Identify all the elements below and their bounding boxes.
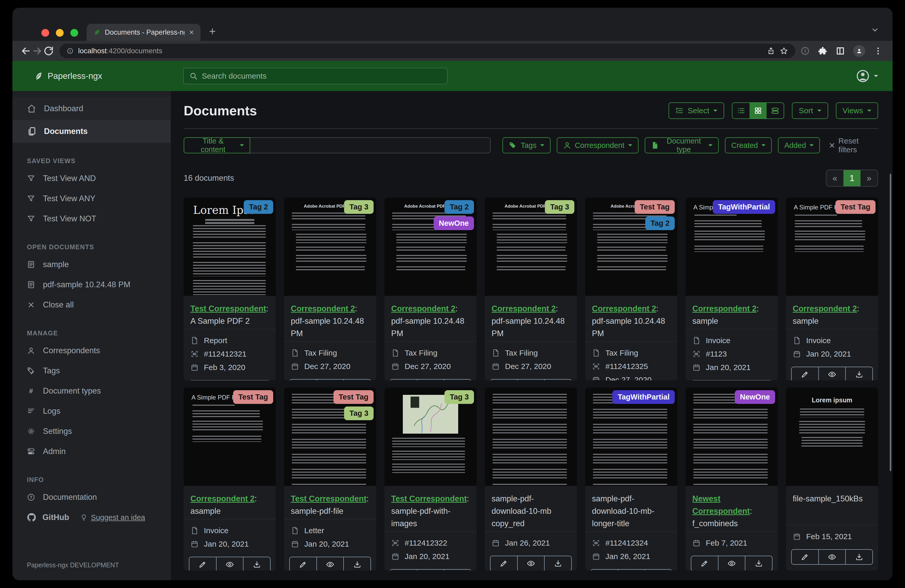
tag-badge-tagwithpartial[interactable]: TagWithPartial — [713, 200, 775, 214]
sidebar-item-admin[interactable]: Admin — [13, 441, 170, 461]
correspondent-link[interactable]: Correspondent 2 — [291, 304, 355, 313]
view-button[interactable] — [718, 556, 746, 571]
edit-button[interactable] — [591, 569, 618, 571]
edit-button[interactable] — [490, 556, 518, 571]
tab-search-chevron-icon[interactable] — [871, 26, 879, 34]
share-icon[interactable] — [767, 47, 775, 55]
side-panel-icon[interactable] — [836, 46, 845, 55]
download-button[interactable] — [444, 569, 472, 571]
document-card[interactable]: Adobe Acrobat PDF Files Tag 3 Correspond… — [284, 198, 376, 380]
filter-tags-button[interactable]: Tags — [502, 137, 550, 153]
tag-badge-tag-3[interactable]: Tag 3 — [344, 406, 373, 420]
edit-button[interactable] — [289, 557, 317, 571]
document-thumbnail[interactable]: Adobe Acrobat PDF Files Tag 3 — [485, 198, 577, 296]
document-thumbnail[interactable]: Lorem Ipsum Tag 2 — [184, 198, 276, 296]
edit-button[interactable] — [390, 569, 417, 571]
sidebar-item-github[interactable]: GitHub — [27, 513, 69, 522]
scrollbar-thumb[interactable] — [890, 174, 891, 471]
back-icon[interactable] — [20, 45, 32, 57]
view-button[interactable] — [517, 556, 545, 571]
correspondent-link[interactable]: Correspondent 2 — [492, 304, 556, 313]
view-button[interactable] — [818, 549, 846, 565]
extension-badge-icon[interactable] — [800, 46, 810, 55]
tab-close-icon[interactable]: × — [189, 28, 194, 37]
reset-filters-button[interactable]: ✕ Reset filters — [829, 136, 878, 154]
download-button[interactable] — [343, 379, 371, 380]
filter-document-type-button[interactable]: Document type — [645, 137, 719, 153]
filter-created-button[interactable]: Created — [725, 137, 772, 153]
correspondent-link[interactable]: Correspondent 2 — [391, 304, 455, 313]
document-thumbnail[interactable]: NewOne — [686, 388, 778, 486]
correspondent-link[interactable]: Test Correspondent — [291, 494, 366, 503]
document-card[interactable]: Test TagTag 3 Test Correspondent: sample… — [284, 388, 376, 571]
reload-icon[interactable] — [43, 45, 54, 57]
document-thumbnail[interactable]: Lorem ipsum — [786, 388, 878, 486]
edit-button[interactable] — [189, 380, 216, 380]
sidebar-item-tags[interactable]: Tags — [13, 361, 170, 381]
download-button[interactable] — [544, 556, 572, 571]
tag-badge-test-tag[interactable]: Test Tag — [233, 390, 273, 404]
pagination-next-button[interactable]: » — [861, 170, 878, 186]
extensions-puzzle-icon[interactable] — [818, 46, 827, 55]
sidebar-item-close-all[interactable]: Close all — [13, 295, 170, 315]
view-button[interactable] — [417, 379, 445, 380]
edit-button[interactable] — [691, 556, 718, 571]
address-bar[interactable]: localhost:4200/documents — [59, 44, 795, 58]
correspondent-link[interactable]: Test Correspondent — [391, 494, 467, 503]
view-button[interactable] — [718, 380, 746, 380]
document-thumbnail[interactable]: A Simple PDF File Test Tag — [786, 198, 878, 296]
edit-button[interactable] — [691, 380, 718, 380]
tag-badge-newone[interactable]: NewOne — [735, 390, 775, 404]
document-thumbnail[interactable]: Adobe Acrobat PDF Files Tag 2NewOne — [384, 198, 476, 296]
new-tab-button[interactable]: + — [209, 25, 216, 38]
view-button[interactable] — [216, 557, 244, 571]
view-detail-button[interactable] — [767, 103, 784, 119]
filter-added-button[interactable]: Added — [778, 137, 820, 153]
document-thumbnail[interactable]: Tag 3 — [384, 388, 476, 486]
tag-badge-test-tag[interactable]: Test Tag — [333, 390, 373, 404]
correspondent-link[interactable]: Correspondent 2 — [793, 304, 857, 313]
view-button[interactable] — [216, 380, 244, 380]
document-card[interactable]: sample-pdf-download-10-mb copy_red Jan 2… — [485, 388, 577, 571]
download-button[interactable] — [243, 557, 271, 571]
suggest-idea-link[interactable]: Suggest an idea — [81, 513, 145, 522]
view-button[interactable] — [818, 367, 846, 380]
download-button[interactable] — [243, 380, 271, 380]
correspondent-link[interactable]: Correspondent 2 — [191, 494, 255, 503]
document-card[interactable]: Adobe Acrobat PDF Files Tag 3 Correspond… — [485, 198, 577, 380]
filter-correspondent-button[interactable]: Correspondent — [557, 137, 638, 153]
document-card[interactable]: Lorem ipsum file-sample_150kBs Feb 15, 2… — [786, 388, 878, 571]
sidebar-item-test-view-and[interactable]: Test View AND — [13, 168, 170, 189]
sidebar-item-documents[interactable]: Documents — [13, 120, 170, 143]
correspondent-link[interactable]: Test Correspondent — [191, 304, 266, 313]
tag-badge-newone[interactable]: NewOne — [433, 216, 474, 230]
pagination-page-1[interactable]: 1 — [843, 170, 861, 186]
tag-badge-test-tag[interactable]: Test Tag — [835, 200, 875, 214]
view-grid-button[interactable] — [749, 103, 767, 119]
sort-button[interactable]: Sort — [792, 102, 828, 119]
edit-button[interactable] — [289, 379, 317, 380]
sidebar-item-settings[interactable]: Settings — [13, 421, 170, 441]
document-card[interactable]: Adobe Acrobat PDF Test TagTag 2 Correspo… — [585, 198, 677, 380]
download-button[interactable] — [745, 380, 773, 380]
document-card[interactable]: Adobe Acrobat PDF Files Tag 2NewOne Corr… — [384, 198, 476, 380]
download-button[interactable] — [845, 549, 873, 565]
tag-badge-tag-2[interactable]: Tag 2 — [244, 200, 273, 214]
forward-icon[interactable] — [32, 45, 43, 57]
views-button[interactable]: Views — [836, 102, 878, 119]
document-card[interactable]: A Simple PDF File Test Tag Correspondent… — [184, 388, 276, 571]
filter-field-selector[interactable]: Title & content — [184, 137, 250, 153]
view-button[interactable] — [316, 379, 344, 380]
browser-profile-avatar[interactable] — [853, 45, 865, 57]
tag-badge-tag-2[interactable]: Tag 2 — [445, 200, 474, 214]
document-thumbnail[interactable]: A Simple P TagWithPartial — [686, 198, 778, 296]
document-card[interactable]: NewOne Newest Correspondent: f_combineds… — [686, 388, 778, 571]
bookmark-star-icon[interactable] — [780, 47, 788, 55]
edit-button[interactable] — [791, 367, 819, 380]
download-button[interactable] — [343, 557, 371, 571]
sidebar-item-dashboard[interactable]: Dashboard — [13, 97, 170, 120]
sidebar-item-sample[interactable]: sample — [13, 254, 170, 274]
download-button[interactable] — [845, 367, 873, 380]
browser-menu-icon[interactable] — [873, 46, 883, 55]
tag-badge-tagwithpartial[interactable]: TagWithPartial — [612, 390, 675, 404]
